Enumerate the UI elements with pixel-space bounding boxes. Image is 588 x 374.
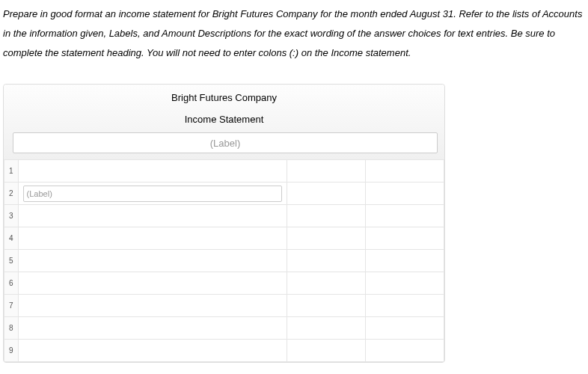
heading-label-input[interactable] [13, 132, 438, 153]
table-row: 5 [4, 250, 444, 272]
table-row: 3 [4, 205, 444, 227]
amount-cell-2[interactable] [366, 317, 444, 340]
amount-cell-2[interactable] [366, 160, 444, 183]
amount-cell-1[interactable] [287, 227, 366, 250]
amount-cell-1[interactable] [287, 250, 366, 272]
row-number: 8 [4, 317, 19, 340]
amount-cell-1[interactable] [287, 295, 366, 317]
amount-cell-2[interactable] [366, 250, 444, 272]
table-row: 9 [4, 340, 444, 362]
statement-title: Income Statement [10, 114, 438, 125]
row-number: 2 [4, 183, 19, 205]
instructions-text: Prepare in good format an income stateme… [3, 4, 585, 63]
row-number: 7 [4, 295, 19, 317]
row-number: 1 [4, 160, 19, 183]
table-row: 7 [4, 295, 444, 317]
amount-cell-1[interactable] [287, 340, 366, 362]
description-cell[interactable] [18, 317, 287, 340]
description-cell[interactable] [18, 160, 287, 183]
table-row: 2 [4, 183, 444, 205]
description-cell[interactable] [18, 250, 287, 272]
amount-cell-2[interactable] [366, 205, 444, 227]
amount-cell-1[interactable] [287, 160, 366, 183]
description-cell[interactable] [18, 183, 287, 205]
table-row: 6 [4, 272, 444, 295]
amount-cell-1[interactable] [287, 183, 366, 205]
amount-cell-2[interactable] [366, 295, 444, 317]
amount-cell-2[interactable] [366, 227, 444, 250]
row-number: 3 [4, 205, 19, 227]
amount-cell-2[interactable] [366, 340, 444, 362]
description-cell[interactable] [18, 227, 287, 250]
statement-table-wrapper: 123456789 [4, 159, 444, 362]
table-row: 1 [4, 160, 444, 183]
description-cell[interactable] [18, 272, 287, 295]
amount-cell-1[interactable] [287, 272, 366, 295]
amount-cell-2[interactable] [366, 183, 444, 205]
description-cell[interactable] [18, 295, 287, 317]
description-cell[interactable] [18, 340, 287, 362]
statement-header: Bright Futures Company Income Statement [4, 85, 444, 159]
company-name: Bright Futures Company [10, 92, 438, 103]
amount-cell-1[interactable] [287, 317, 366, 340]
row-number: 5 [4, 250, 19, 272]
description-cell[interactable] [18, 205, 287, 227]
description-input[interactable] [23, 186, 283, 202]
table-row: 4 [4, 227, 444, 250]
income-statement-panel: Bright Futures Company Income Statement … [3, 84, 445, 363]
statement-table: 123456789 [4, 159, 444, 362]
row-number: 9 [4, 340, 19, 362]
row-number: 4 [4, 227, 19, 250]
row-number: 6 [4, 272, 19, 295]
table-row: 8 [4, 317, 444, 340]
amount-cell-2[interactable] [366, 272, 444, 295]
amount-cell-1[interactable] [287, 205, 366, 227]
